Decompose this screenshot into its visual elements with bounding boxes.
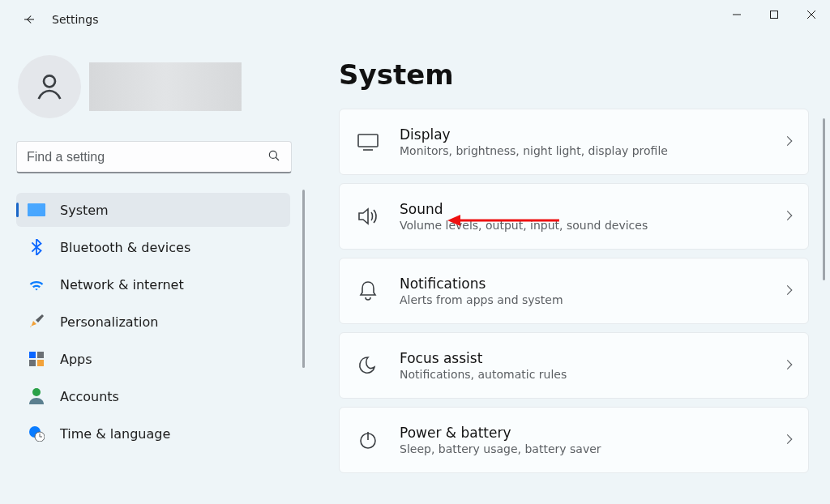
profile-name-placeholder — [89, 62, 242, 111]
card-title: Focus assist — [400, 350, 784, 366]
card-title: Notifications — [400, 275, 784, 292]
nav-item-apps[interactable]: Apps — [16, 342, 290, 376]
back-button[interactable] — [16, 6, 42, 32]
nav-item-network[interactable]: Network & internet — [16, 267, 290, 301]
card-subtitle: Alerts from apps and system — [400, 293, 784, 306]
main-scrollbar[interactable] — [823, 118, 825, 280]
search-icon — [267, 148, 281, 166]
settings-item-notifications[interactable]: Notifications Alerts from apps and syste… — [339, 258, 809, 324]
speaker-icon — [357, 206, 379, 227]
maximize-icon — [769, 10, 779, 19]
app-title: Settings — [52, 13, 98, 26]
chevron-right-icon — [784, 358, 795, 374]
svg-rect-8 — [28, 203, 45, 216]
svg-rect-10 — [37, 352, 44, 358]
nav-label: System — [60, 203, 109, 218]
monitor-icon — [357, 131, 379, 152]
minimize-button[interactable] — [718, 0, 755, 29]
globe-clock-icon — [28, 425, 45, 442]
svg-rect-16 — [358, 135, 378, 147]
page-title: System — [339, 58, 809, 91]
bell-icon — [357, 280, 379, 301]
chevron-right-icon — [784, 284, 795, 299]
apps-icon — [28, 350, 45, 368]
paintbrush-icon — [28, 313, 45, 331]
person-icon — [33, 70, 66, 103]
nav-item-bluetooth[interactable]: Bluetooth & devices — [16, 230, 290, 264]
nav-item-accounts[interactable]: Accounts — [16, 379, 290, 413]
svg-point-4 — [44, 75, 55, 87]
svg-rect-9 — [29, 352, 36, 358]
titlebar: Settings — [0, 0, 830, 39]
nav: System Bluetooth & devices Network & int… — [15, 190, 308, 454]
close-icon — [806, 10, 816, 19]
settings-item-power-battery[interactable]: Power & battery Sleep, battery usage, ba… — [339, 407, 809, 473]
card-title: Power & battery — [400, 425, 784, 441]
avatar — [18, 55, 81, 118]
svg-line-6 — [276, 157, 279, 160]
chevron-right-icon — [784, 209, 795, 224]
account-icon — [28, 387, 45, 405]
settings-item-focus-assist[interactable]: Focus assist Notifications, automatic ru… — [339, 332, 809, 399]
chevron-right-icon — [784, 135, 795, 150]
display-icon — [28, 201, 45, 219]
nav-label: Network & internet — [60, 277, 184, 293]
nav-label: Time & language — [60, 426, 170, 442]
svg-rect-11 — [29, 360, 36, 366]
nav-label: Personalization — [60, 314, 158, 330]
window-controls — [718, 0, 830, 29]
card-subtitle: Notifications, automatic rules — [400, 368, 784, 381]
chevron-right-icon — [784, 433, 795, 448]
nav-label: Bluetooth & devices — [60, 240, 190, 255]
card-title: Sound — [400, 201, 784, 217]
close-button[interactable] — [793, 0, 830, 29]
power-icon — [357, 429, 379, 451]
svg-rect-1 — [771, 11, 778, 19]
nav-item-system[interactable]: System — [16, 193, 290, 227]
svg-point-5 — [269, 151, 276, 158]
nav-item-time-language[interactable]: Time & language — [16, 416, 290, 451]
search-box[interactable] — [16, 141, 292, 173]
moon-icon — [357, 355, 379, 376]
svg-point-13 — [32, 388, 41, 396]
settings-item-sound[interactable]: Sound Volume levels, output, input, soun… — [339, 183, 809, 250]
sidebar: System Bluetooth & devices Network & int… — [0, 39, 308, 504]
nav-label: Accounts — [60, 389, 119, 404]
card-subtitle: Monitors, brightness, night light, displ… — [400, 144, 784, 157]
bluetooth-icon — [28, 238, 45, 256]
nav-label: Apps — [60, 352, 92, 367]
search-input[interactable] — [27, 150, 267, 164]
wifi-icon — [28, 275, 45, 293]
nav-item-personalization[interactable]: Personalization — [16, 305, 290, 339]
svg-rect-12 — [37, 360, 44, 366]
minimize-icon — [732, 10, 742, 19]
profile-block[interactable] — [15, 55, 308, 118]
sidebar-scrollbar[interactable] — [302, 190, 305, 368]
card-subtitle: Sleep, battery usage, battery saver — [400, 442, 784, 455]
back-arrow-icon — [22, 12, 36, 27]
card-title: Display — [400, 126, 784, 143]
maximize-button[interactable] — [755, 0, 793, 29]
card-subtitle: Volume levels, output, input, sound devi… — [400, 219, 784, 232]
settings-item-display[interactable]: Display Monitors, brightness, night ligh… — [339, 109, 809, 175]
main-panel: System Display Monitors, brightness, nig… — [308, 39, 830, 504]
